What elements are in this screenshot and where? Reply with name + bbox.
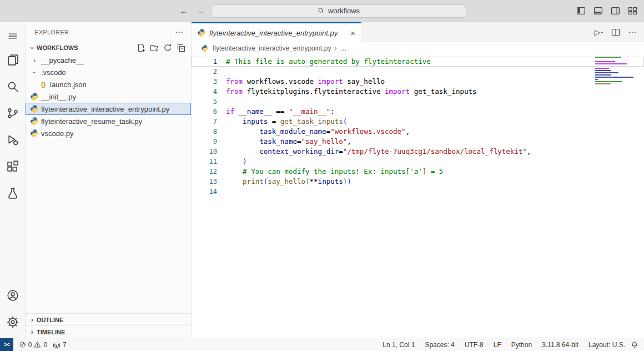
tree-item-label: vscode.py <box>41 129 74 138</box>
menu-activity-button[interactable] <box>0 26 26 47</box>
language-mode-indicator[interactable]: Python <box>511 341 532 349</box>
explorer-icon <box>7 54 19 66</box>
tree-item-label: .vscode <box>41 68 66 77</box>
code-line-10: 10 context_working_dir="/tmp/flyte-7uuq3… <box>192 147 644 157</box>
line-number: 3 <box>192 77 217 87</box>
tree-item-launch-json[interactable]: {}launch.json <box>26 78 191 91</box>
code-line-6: 6if __name__ == "__main__": <box>192 107 644 117</box>
workflows-section-header[interactable]: › WORKFLOWS <box>26 42 191 54</box>
run-python-file-button[interactable]: ▷ › <box>595 28 603 37</box>
line-number: 4 <box>192 87 217 97</box>
extensions-icon <box>7 161 19 173</box>
menu-icon <box>8 31 18 41</box>
run-debug-icon <box>7 134 19 146</box>
activity-bar <box>0 22 26 338</box>
code-line-5: 5 <box>192 97 644 107</box>
tab-flyteinteractive-interactive-entrypoint[interactable]: flyteinteractive_interactive_entrypoint.… <box>192 22 361 42</box>
history-forward-button[interactable]: → <box>194 6 207 16</box>
source-control-activity-button[interactable] <box>0 100 26 127</box>
line-number: 12 <box>192 167 217 177</box>
ports-count: 7 <box>63 341 67 349</box>
new-file-icon[interactable] <box>137 43 145 52</box>
run-debug-activity-button[interactable] <box>0 127 26 153</box>
line-number: 5 <box>192 97 217 107</box>
chevron-down-icon: › <box>31 71 39 73</box>
code-line-3: 3from workflows.vscode import say_hello <box>192 77 644 87</box>
error-circle-icon <box>19 341 26 348</box>
command-center-search[interactable]: workflows <box>211 4 466 18</box>
ports-indicator[interactable]: 7 <box>53 341 67 349</box>
code-line-4: 4from flytekitplugins.flyteinteractive i… <box>192 87 644 97</box>
chevron-right-icon: › <box>28 315 37 324</box>
outline-section-header[interactable]: › OUTLINE <box>26 313 191 325</box>
remote-icon: >< <box>4 342 9 348</box>
split-editor-icon[interactable] <box>611 28 620 37</box>
code-line-7: 7 inputs = get_task_inputs( <box>192 117 644 127</box>
tab-bar: flyteinteractive_interactive_entrypoint.… <box>192 22 644 42</box>
minimap[interactable] <box>595 57 636 88</box>
code-line-12: 12 # You can modify the inputs! Ex: inpu… <box>192 167 644 177</box>
tree-item-vscode-py[interactable]: vscode.py <box>26 127 191 139</box>
python-interpreter-indicator[interactable]: 3.11.8 64-bit <box>542 341 578 349</box>
customize-layout-icon[interactable] <box>628 6 637 16</box>
editor-group: flyteinteractive_interactive_entrypoint.… <box>192 22 644 338</box>
workflows-section-label: WORKFLOWS <box>37 44 78 51</box>
toggle-primary-sidebar-icon[interactable] <box>576 6 586 16</box>
settings-gear-button[interactable] <box>0 309 26 335</box>
more-actions-icon[interactable]: ⋯ <box>628 27 636 37</box>
encoding-indicator[interactable]: UTF-8 <box>465 341 484 349</box>
problems-indicator[interactable]: 0 0 <box>19 341 47 349</box>
extensions-activity-button[interactable] <box>0 153 26 180</box>
tree-item-label: __init__.py <box>41 93 76 101</box>
tree-item-flyteinteractive-resume-task-py[interactable]: flyteinteractive_resume_task.py <box>26 115 191 127</box>
indentation-indicator[interactable]: Spaces: 4 <box>425 341 454 349</box>
tree-item--pycache-[interactable]: ›__pycache__ <box>26 54 191 66</box>
tree-item-flyteinteractive-interactive-entrypoint-py[interactable]: flyteinteractive_interactive_entrypoint.… <box>26 103 191 115</box>
code-line-1: 1# This file is auto-generated by flytei… <box>192 57 644 67</box>
code-line-9: 9 task_name="say_hello", <box>192 137 644 147</box>
breadcrumb-file[interactable]: flyteinteractive_interactive_entrypoint.… <box>213 44 331 52</box>
toggle-secondary-sidebar-icon[interactable] <box>611 6 620 16</box>
refresh-icon[interactable] <box>163 43 172 52</box>
close-tab-icon[interactable]: × <box>350 28 355 38</box>
testing-activity-button[interactable] <box>0 180 26 207</box>
warning-triangle-icon <box>34 341 41 348</box>
line-number: 1 <box>192 57 217 67</box>
cursor-position-indicator[interactable]: Ln 1, Col 1 <box>383 341 415 349</box>
line-number: 13 <box>192 177 217 187</box>
tree-item--vscode[interactable]: ›.vscode <box>26 66 191 78</box>
titlebar: ← → workflows <box>0 0 644 22</box>
line-number: 6 <box>192 107 217 117</box>
account-icon <box>7 289 19 302</box>
new-folder-icon[interactable] <box>150 43 159 52</box>
collapse-all-icon[interactable] <box>177 43 185 52</box>
notifications-bell-icon[interactable] <box>631 341 644 349</box>
python-file-icon <box>197 28 206 37</box>
timeline-section-header[interactable]: › TIMELINE <box>26 325 191 338</box>
code-editor[interactable]: 1# This file is auto-generated by flytei… <box>192 54 644 338</box>
views-and-more-actions-button[interactable]: ⋯ <box>175 27 183 37</box>
code-line-2: 2 <box>192 67 644 77</box>
history-back-button[interactable]: ← <box>178 6 190 16</box>
code-line-14: 14 <box>192 187 644 197</box>
toggle-panel-icon[interactable] <box>593 6 603 16</box>
eol-indicator[interactable]: LF <box>494 341 501 349</box>
search-activity-button[interactable] <box>0 73 26 100</box>
line-number: 9 <box>192 137 217 147</box>
explorer-activity-button[interactable] <box>0 47 26 73</box>
code-line-11: 11 ) <box>192 157 644 167</box>
timeline-section-label: TIMELINE <box>37 329 65 335</box>
code-line-13: 13 print(say_hello(**inputs)) <box>192 177 644 187</box>
vscode-window: ← → workflows EXPLORER ⋯ › WORKFLOWS <box>0 0 644 351</box>
radio-tower-icon <box>53 341 61 349</box>
tree-item-label: flyteinteractive_interactive_entrypoint.… <box>41 105 169 113</box>
explorer-sidebar: EXPLORER ⋯ › WORKFLOWS ›__pycache__›.vsc… <box>26 22 192 338</box>
remote-indicator[interactable]: >< <box>0 338 13 351</box>
keyboard-layout-indicator[interactable]: Layout: U.S. <box>588 341 625 349</box>
search-icon <box>7 81 19 93</box>
settings-gear-icon <box>7 316 19 328</box>
breadcrumb-more[interactable]: … <box>340 44 346 52</box>
tree-item--init-py[interactable]: __init__.py <box>26 91 191 103</box>
tree-item-label: launch.json <box>50 81 87 89</box>
account-button[interactable] <box>0 282 26 309</box>
